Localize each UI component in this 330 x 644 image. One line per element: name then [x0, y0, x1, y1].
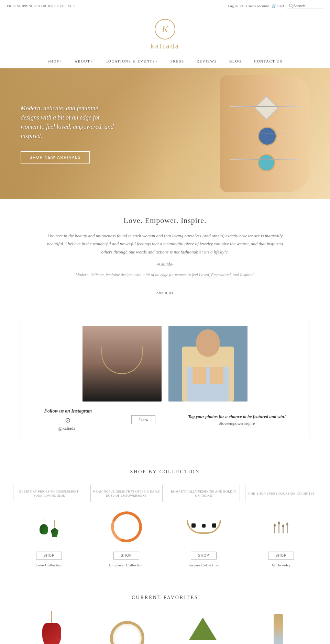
collection-item-love: EVERYDAY PIECES TO COMPLEMENT YOUR LOVIN…	[13, 485, 85, 567]
arrow-charm-2	[278, 520, 280, 533]
about-tagline: Modern, delicate, feminine designs with …	[28, 272, 302, 278]
fav-ring-chain	[110, 621, 144, 644]
fav-item-1	[17, 611, 86, 644]
chevron-down-icon: ▾	[156, 60, 158, 63]
chevron-down-icon: ▾	[60, 60, 62, 63]
nav-item-contact[interactable]: CONTACT US	[248, 54, 289, 68]
main-nav: SHOP ▾ ABOUT ▾ LOCATIONS & EVENTS ▾ PRES…	[0, 54, 330, 68]
instagram-handle: @kaliada_	[44, 426, 92, 431]
hero-text-block: Modern, delicate, and feminine designs w…	[0, 90, 138, 177]
cuff-gem-center	[202, 524, 206, 528]
shop-button-love[interactable]: SHOP	[36, 552, 62, 560]
favorites-grid	[10, 611, 320, 644]
instagram-image-1	[82, 326, 162, 402]
about-body-text: I believe in the beauty and uniqueness f…	[45, 232, 285, 256]
cuff-gem-left	[191, 523, 196, 528]
logo-letter: K	[162, 24, 168, 35]
shop-button-empower[interactable]: SHOP	[113, 552, 139, 560]
collection-item-inspire: ROMANTICALLY FEMININE AND BOLDLY ON-TREN…	[168, 485, 240, 567]
cart-label: Cart	[277, 4, 284, 8]
collection-image-love	[13, 506, 85, 547]
collection-name-love: Love Collection	[13, 563, 85, 567]
fav-item-2	[93, 611, 162, 644]
instagram-footer: Follow us on Instagram ⊙ @kaliada_ follo…	[28, 408, 302, 431]
fav-triangle-earring	[189, 618, 217, 640]
collection-item-all: FIND YOUR EVERY OCCASION FAVORITES SHOP …	[245, 485, 317, 567]
fav-long-pendant	[274, 614, 283, 644]
collection-label-empower: MEANINGFUL GEMS THAT OFFER A DAILY DOSE …	[90, 485, 163, 502]
about-section: Love. Empower. Inspire. I believe in the…	[0, 199, 330, 308]
earring-wire-2	[54, 520, 55, 527]
favorites-section: CURRENT FAVORITES	[0, 581, 330, 644]
earring-gem-green	[40, 524, 48, 534]
instagram-section: Follow us on Instagram ⊙ @kaliada_ follo…	[21, 319, 309, 438]
hero-cta-button[interactable]: SHOP NEW ARRIVALS	[21, 151, 90, 163]
collection-grid: EVERYDAY PIECES TO COMPLEMENT YOUR LOVIN…	[10, 485, 320, 567]
nav-item-shop[interactable]: SHOP ▾	[41, 54, 68, 68]
create-account-link[interactable]: Create account	[246, 4, 269, 8]
cuff-band	[187, 520, 221, 534]
hero-tagline: Modern, delicate, and feminine designs w…	[21, 104, 117, 141]
about-us-button[interactable]: about us	[146, 288, 184, 298]
earring-left	[40, 517, 48, 534]
arrow-charm-4	[286, 522, 289, 533]
search-input[interactable]	[293, 4, 321, 8]
or-text: or	[240, 4, 243, 8]
nav-item-reviews[interactable]: REVIEWS	[190, 54, 223, 68]
nav-item-blog[interactable]: BLOG	[223, 54, 248, 68]
collection-name-empower: Empower Collection	[90, 563, 163, 567]
instagram-images	[28, 326, 302, 402]
instagram-image-2	[168, 326, 248, 402]
svg-rect-4	[192, 367, 206, 384]
gem-turquoise	[258, 154, 275, 171]
collection-label-all: FIND YOUR EVERY OCCASION FAVORITES	[245, 485, 317, 502]
fav-earring-red	[38, 611, 65, 644]
cart-icon: 🛒	[272, 4, 276, 8]
top-bar-right: Log in or Create account 🛒 Cart	[228, 3, 323, 9]
about-title: Love. Empower. Inspire.	[28, 216, 302, 225]
bracelet-wire-2	[230, 134, 299, 134]
nav-item-locations[interactable]: LOCATIONS & EVENTS ▾	[99, 54, 164, 68]
shop-button-inspire[interactable]: SHOP	[191, 552, 216, 560]
collection-name-inspire: Inspire Collection	[168, 563, 240, 567]
search-box[interactable]	[287, 3, 323, 9]
fav-item-4	[244, 611, 313, 644]
instagram-follow-button[interactable]: follow	[131, 415, 155, 424]
earring-wire	[44, 517, 44, 523]
cart-link[interactable]: 🛒 Cart	[272, 4, 284, 8]
collection-section-title: SHOP BY COLLECTION	[10, 469, 320, 475]
earring-right	[51, 520, 58, 537]
fav-gem-red	[42, 623, 61, 644]
collection-image-all	[245, 506, 317, 547]
site-header: K kaliada	[0, 12, 330, 54]
bracelet-wire-1	[230, 106, 299, 107]
collection-item-empower: MEANINGFUL GEMS THAT OFFER A DAILY DOSE …	[90, 485, 163, 567]
collection-section: SHOP BY COLLECTION EVERYDAY PIECES TO CO…	[0, 452, 330, 581]
shop-button-all[interactable]: SHOP	[268, 552, 294, 560]
instagram-follow-block: Follow us on Instagram ⊙ @kaliada_	[44, 408, 92, 431]
svg-rect-5	[210, 367, 223, 384]
login-link[interactable]: Log in	[228, 4, 238, 8]
instagram-follow-text: Follow us on Instagram	[44, 408, 92, 414]
collection-image-empower	[90, 506, 163, 547]
instagram-icon: ⊙	[44, 416, 92, 424]
arrow-charms	[274, 520, 289, 533]
instagram-hashtag: #loveempowerinspire	[188, 421, 286, 426]
bracelet-wire-3	[230, 159, 299, 160]
top-bar: FREE SHIPPING ON ORDERS OVER $100 Log in…	[0, 0, 330, 12]
about-signature: -Kaliada-	[28, 261, 302, 267]
nav-inner: SHOP ▾ ABOUT ▾ LOCATIONS & EVENTS ▾ PRES…	[0, 54, 330, 68]
search-icon	[289, 4, 293, 8]
logo-circle[interactable]: K	[155, 19, 175, 39]
collection-label-inspire: ROMANTICALLY FEMININE AND BOLDLY ON-TREN…	[168, 485, 240, 502]
brand-name: kaliada	[0, 42, 330, 50]
model-street-photo	[168, 326, 248, 402]
nav-item-about[interactable]: ABOUT ▾	[68, 54, 99, 68]
svg-point-2	[196, 329, 220, 357]
love-earrings	[40, 517, 58, 537]
arrow-charm-3	[282, 524, 285, 533]
arrow-charm-1	[274, 523, 276, 533]
nav-item-press[interactable]: PRESS	[164, 54, 190, 68]
fav-wire-1	[51, 611, 52, 623]
cuff-gem-right	[212, 523, 216, 528]
